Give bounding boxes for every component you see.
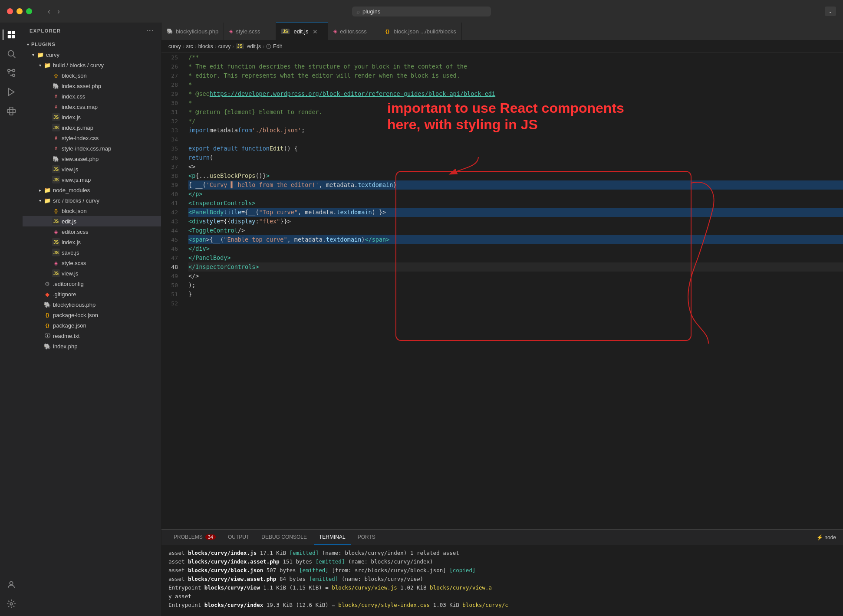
forward-button[interactable]: › [56,7,62,16]
sidebar-header: EXPLORER ··· [23,23,161,39]
panel-tab-output[interactable]: OUTPUT [223,530,254,545]
edit-js-close-button[interactable]: ✕ [313,28,318,35]
sidebar-actions[interactable]: ··· [146,27,154,35]
panel-tab-debug[interactable]: DEBUG CONSOLE [256,530,312,545]
sidebar-item-index-php[interactable]: 🐘 index.php [23,341,161,351]
search-bar[interactable]: ⌕ [352,7,491,16]
explorer-title: EXPLORER [30,28,61,33]
svg-point-15 [10,603,13,605]
sidebar-item-build-blocks-curvy[interactable]: ▾ 📁 build / blocks / curvy [23,60,161,70]
terminal-line: asset blocks/curvy/view.asset.php 84 byt… [168,575,836,583]
pkg-json-icon: {} [43,321,51,329]
sidebar-item-edit-js[interactable]: JS edit.js [23,216,161,226]
sidebar-item-blockylicious-php[interactable]: 🐘 blockylicious.php [23,299,161,310]
line-number: 25 [161,53,178,62]
panel-tab-problems[interactable]: PROBLEMS 34 [168,530,221,545]
back-button[interactable]: ‹ [46,7,52,16]
line-number: 41 [161,199,178,208]
config-icon: ⚙ [43,280,51,288]
sidebar-item-src-blocks-curvy[interactable]: ▾ 📁 src / blocks / curvy [23,195,161,206]
line-number: 45 [161,235,178,244]
titlebar-right: ⌄ [825,7,836,16]
view-js-map-icon: JS [52,176,60,183]
sidebar-item-index-css-map[interactable]: # index.css.map [23,102,161,112]
sidebar-item-view-js-src[interactable]: JS view.js [23,268,161,279]
sidebar-item-view-js-map[interactable]: JS view.js.map [23,174,161,185]
panel-tab-terminal[interactable]: TERMINAL [314,530,351,545]
tab-edit-js[interactable]: JS edit.js ✕ [276,23,328,40]
line-number: 42 [161,208,178,217]
sidebar-item-plugins-root[interactable]: ▾ PLUGINS [23,39,161,49]
build-arrow: ▾ [36,63,43,68]
activity-account[interactable] [3,576,20,593]
terminal-line: asset blocks/curvy/index.asset.php 151 b… [168,557,836,566]
activity-search[interactable] [3,45,20,62]
sidebar-item-block-json-build[interactable]: {} block.json [23,70,161,81]
code-line [188,299,843,308]
sidebar-item-gitignore[interactable]: ◆ .gitignore [23,289,161,299]
sidebar-item-style-index-css[interactable]: # style-index.css [23,133,161,143]
sidebar-item-index-js-src[interactable]: JS index.js [23,237,161,247]
panel-tab-ports[interactable]: PORTS [352,530,381,545]
code-editor[interactable]: 2526272829303132333435363738394041424344… [161,53,843,529]
terminal-content[interactable]: asset blocks/curvy/index.js 17.1 KiB [em… [161,545,843,616]
tab-style-scss[interactable]: ◈ style.scss [224,23,276,40]
maximize-button[interactable] [26,8,32,14]
activity-extensions[interactable] [3,102,20,120]
code-line [188,135,843,144]
index-php-label: index.php [53,343,77,350]
code-line: { __('Curvy ▌ hello from the editor!', m… [188,180,843,190]
code-line: <> [188,162,843,171]
editor-scss-label: editor.scss [62,229,88,235]
sidebar-item-editor-scss[interactable]: ◈ editor.scss [23,226,161,237]
line-number: 37 [161,162,178,171]
sidebar-item-editorconfig[interactable]: ⚙ .editorconfig [23,279,161,289]
sidebar-item-package-json[interactable]: {} package.json [23,320,161,331]
code-line: <PanelBody title={__("Top curve", metada… [188,208,843,217]
svg-point-8 [13,69,15,72]
sidebar-item-style-index-css-map[interactable]: # style-index.css.map [23,143,161,154]
sidebar-item-index-js[interactable]: JS index.js [23,112,161,122]
tab-editor-scss[interactable]: ◈ editor.scss [328,23,380,40]
minimize-button[interactable] [16,8,23,14]
activity-debug[interactable] [3,83,20,101]
debug-label: DEBUG CONSOLE [261,534,307,540]
sidebar-item-save-js[interactable]: JS save.js [23,247,161,258]
sidebar-item-index-css[interactable]: # index.css [23,91,161,102]
breadcrumb: curvy › src › blocks › curvy › JS edit.j… [161,40,843,53]
line-number: 36 [161,153,178,162]
svg-line-5 [13,56,15,58]
svg-rect-2 [8,35,11,38]
close-button[interactable] [7,8,13,14]
activity-explorer[interactable] [3,26,20,43]
sidebar-item-index-asset-php[interactable]: 🐘 index.asset.php [23,81,161,91]
sidebar-item-node-modules[interactable]: ▸ 📁 node_modules [23,185,161,195]
tab-block-json[interactable]: {} block.json .../build/blocks [380,23,461,40]
sidebar-item-block-json-src[interactable]: {} block.json [23,206,161,216]
view-js-label: view.js [62,166,78,173]
problems-label: PROBLEMS [174,534,203,540]
line-number: 39 [161,180,178,190]
sidebar-item-view-asset-php[interactable]: 🐘 view.asset.php [23,154,161,164]
expand-button[interactable]: ⌄ [825,7,836,16]
sidebar-item-curvy[interactable]: ▾ 📁 curvy [23,49,161,60]
traffic-lights [7,8,32,14]
activity-settings[interactable] [3,595,20,613]
panel-actions: ⚡ node [817,534,836,541]
node-folder-icon: 📁 [43,186,51,194]
sidebar-item-view-js[interactable]: JS view.js [23,164,161,174]
svg-rect-11 [13,109,15,112]
activity-scm[interactable] [3,64,20,82]
code-content[interactable]: /** * The edit function describes the st… [183,53,843,529]
sidebar-item-package-lock-json[interactable]: {} package-lock.json [23,310,161,320]
svg-rect-13 [10,113,13,115]
sidebar-item-index-js-map[interactable]: JS index.js.map [23,122,161,133]
tab-blockylicious[interactable]: 🐘 blockylicious.php [161,23,224,40]
line-number: 40 [161,190,178,199]
sidebar-item-style-scss[interactable]: ◈ style.scss [23,258,161,268]
style-scss-icon: ◈ [52,259,60,267]
bc-edit-fn: Edit [266,43,282,49]
line-number: 47 [161,253,178,262]
sidebar-item-readme[interactable]: ⓘ readme.txt [23,331,161,341]
search-input[interactable] [362,8,487,15]
